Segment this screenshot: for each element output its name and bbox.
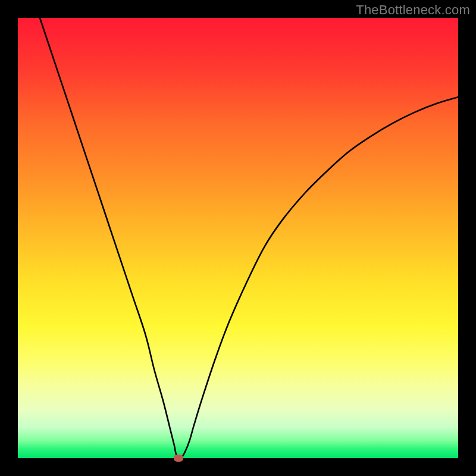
curve-svg: [18, 18, 458, 458]
watermark-text: TheBottleneck.com: [356, 2, 470, 18]
bottleneck-curve: [40, 18, 458, 458]
chart-frame: TheBottleneck.com: [0, 0, 476, 476]
optimal-point-marker: [174, 455, 183, 462]
plot-area: [18, 18, 458, 458]
